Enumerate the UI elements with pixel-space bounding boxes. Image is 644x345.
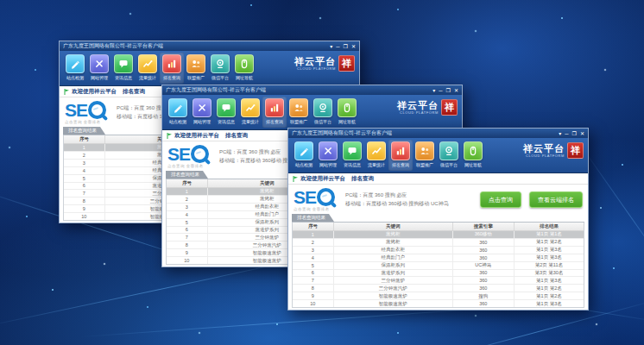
rank-cell: 第1页 第3名 [515,300,584,307]
row-index-cell: 9 [167,249,208,256]
table-header-row: 序号 关键词 搜索引擎 排名结果 [293,223,584,231]
toolbar-item-rank-query[interactable]: 排名查询 [160,53,184,84]
url-nav-icon [235,54,254,73]
toolbar-item-traffic-stats[interactable]: 流量统计 [238,97,262,128]
toolbar-item-label: 联盟推广 [187,75,205,80]
tab-rank-results[interactable]: 排名查询结果 [166,171,208,179]
brand-subtitle: CLOUD PLATFORM [523,154,565,158]
website-manage-icon [90,54,109,73]
toolbar-item-url-nav[interactable]: 网址导航 [232,53,256,84]
col-header-keyword: 关键词 [334,223,453,230]
view-cloud-rank-button[interactable]: 查看云端排名 [529,191,583,208]
row-index-cell: 1 [293,231,334,238]
tab-rank-results[interactable]: 排名查询结果 [63,127,105,135]
skin-icon[interactable]: ▾ [559,131,561,136]
brand-badge: 祥 [338,55,355,72]
toolbar-item-label: 站点检测 [169,119,186,124]
engine-list: PC端：百度 360 搜狗 必应 移动端：百度移动 360移动 搜狗移动 UC神… [345,191,449,208]
traffic-stats-icon [138,54,157,73]
seo-tagline: 点击查询 全面排名 [294,207,335,211]
maximize-icon[interactable]: ❐ [572,131,577,136]
table-row[interactable]: 4经典款门户360第1页 第3名 [293,254,584,262]
toolbar-item-site-check[interactable]: 站点检测 [166,97,190,128]
site-check-icon [168,98,187,117]
website-manage-icon [319,141,338,160]
brand-subtitle: CLOUD PLATFORM [397,111,439,115]
minimize-icon[interactable]: ─ [439,88,442,93]
toolbar-item-site-check[interactable]: 站点检测 [63,53,87,84]
toolbar-item-news-info[interactable]: 资讯信息 [214,97,238,128]
toolbar-item-url-nav[interactable]: 网址导航 [461,140,485,171]
toolbar-item-label: 站点检测 [66,75,84,80]
keyword-cell: 智能极速蒸炉 [334,300,453,307]
engine-cell: 搜狗 [453,292,515,299]
toolbar-item-alliance-promo[interactable]: 联盟推广 [184,53,208,84]
toolbar-item-news-info[interactable]: 资讯信息 [340,140,364,171]
toolbar-item-label: 站点检测 [295,162,313,167]
toolbar-item-url-nav[interactable]: 网址导航 [335,97,359,128]
query-button[interactable]: 点击查询 [480,191,521,208]
toolbar-item-alliance-promo[interactable]: 联盟推广 [413,140,437,171]
rank-query-icon [391,141,410,160]
row-index-cell: 1 [64,144,105,151]
site-check-icon [66,54,85,73]
row-index-cell: 10 [167,257,208,264]
title-bar[interactable]: 广东九度王国网络有限公司-祥云平台客户端 ▾ ─ ❐ ✕ [60,41,359,51]
close-icon[interactable]: ✕ [454,88,458,93]
pc-engines-line: PC端：百度 360 搜狗 必应 [345,191,449,199]
table-row[interactable]: 5保温柜系列UC神马第2页 第11名 [293,262,584,270]
toolbar-item-rank-query[interactable]: 排名查询 [388,140,413,171]
brand-badge: 祥 [441,99,458,116]
brand-logo: 祥云平台 CLOUD PLATFORM 祥 [294,55,355,72]
toolbar-item-website-manage[interactable]: 网站管理 [316,140,340,171]
flag-icon [293,176,298,182]
toolbar-item-label: 微信平台 [314,119,331,124]
minimize-icon[interactable]: ─ [336,44,339,49]
toolbar-item-wechat-platform[interactable]: 微信平台 [437,140,461,171]
row-index-cell: 8 [293,285,334,292]
close-icon[interactable]: ✕ [580,131,584,136]
table-row[interactable]: 8三分钟蒸汽炉360第1页 第2名 [293,285,584,292]
window-title: 广东九度王国网络有限公司-祥云平台客户端 [63,42,326,50]
row-index-cell: 5 [293,262,334,269]
toolbar-item-traffic-stats[interactable]: 流量统计 [136,53,160,84]
toolbar-item-site-check[interactable]: 站点检测 [292,140,316,171]
row-index-cell: 8 [64,198,105,204]
title-bar[interactable]: 广东九度王国网络有限公司-祥云平台客户端 ▾ ─ ❐ ✕ [288,129,588,138]
maximize-icon[interactable]: ❐ [446,88,451,93]
table-row[interactable]: 7三分钟蒸炉360第1页 第3名 [293,277,584,285]
table-row[interactable]: 2蒸烤柜360第1页 第2名 [293,239,584,247]
query-buttons: 点击查询 查看云端排名 [480,191,583,208]
magnifier-icon [317,188,335,206]
engine-cell: 360 [453,277,515,284]
toolbar-item-rank-query[interactable]: 排名查询 [262,97,287,128]
toolbar-item-wechat-platform[interactable]: 微信平台 [208,53,232,84]
close-icon[interactable]: ✕ [351,44,356,49]
row-index-cell: 8 [167,242,208,248]
engine-cell: 360 [453,254,515,261]
title-bar[interactable]: 广东九度王国网络有限公司-祥云平台客户端 ▾ ─ ❐ ✕ [162,85,462,95]
toolbar-item-wechat-platform[interactable]: 微信平台 [311,97,335,128]
table-row[interactable]: 9智能极速蒸炉搜狗第1页 第2名 [293,292,584,300]
table-row[interactable]: 1蒸烤柜360移动第1页 第1名 [293,231,584,239]
tab-rank-results[interactable]: 排名查询结果 [292,214,334,222]
toolbar-item-traffic-stats[interactable]: 流量统计 [364,140,388,171]
toolbar-item-website-manage[interactable]: 网站管理 [87,53,111,84]
window-controls: ▾ ─ ❐ ✕ [429,88,458,93]
skin-icon[interactable]: ▾ [330,44,332,49]
table-row[interactable]: 3经典款衣柜360第1页 第3名 [293,247,584,254]
maximize-icon[interactable]: ❐ [344,44,348,49]
toolbar-item-website-manage[interactable]: 网站管理 [190,97,214,128]
toolbar-item-alliance-promo[interactable]: 联盟推广 [287,97,311,128]
minimize-icon[interactable]: ─ [565,131,568,136]
row-index-cell: 1 [167,188,208,195]
toolbar-item-news-info[interactable]: 资讯信息 [111,53,136,84]
col-header-rank: 排名结果 [515,223,584,230]
row-index-cell: 9 [64,205,105,212]
app-window-front[interactable]: 广东九度王国网络有限公司-祥云平台客户端 ▾ ─ ❐ ✕ 站点检测网站管理资讯信… [287,128,589,310]
table-row[interactable]: 6蒸道炉系列360第3页 第30名 [293,270,584,278]
table-row[interactable]: 10智能极速蒸炉360第1页 第3名 [293,300,584,307]
website-manage-icon [193,98,212,117]
welcome-section-label: 排名查询 [225,132,248,140]
skin-icon[interactable]: ▾ [432,88,435,93]
